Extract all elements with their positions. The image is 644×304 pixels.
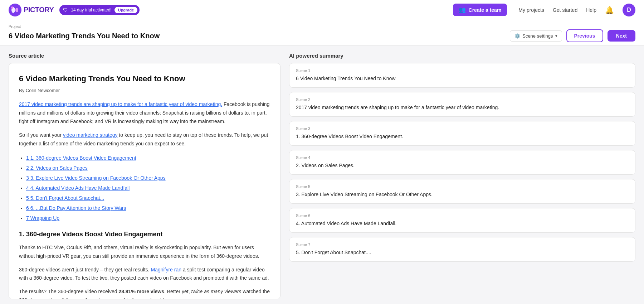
article-author: By Colin Newcomer	[19, 87, 270, 95]
scene-card-1[interactable]: Scene 1 6 Video Marketing Trends You Nee…	[289, 63, 635, 88]
left-panel: Source article 6 Video Marketing Trends …	[9, 53, 280, 299]
trial-banner: 🛡 14 day trial activated! Upgrade	[59, 5, 140, 15]
list-item: 2 2. Videos on Sales Pages	[26, 163, 270, 173]
toc-list: 1 1. 360-degree Videos Boost Video Engag…	[26, 153, 270, 223]
main-content: Source article 6 Video Marketing Trends …	[0, 45, 644, 304]
scene-label-2: Scene 2	[296, 97, 629, 102]
article-card: 6 Video Marketing Trends You Need to Kno…	[9, 63, 280, 299]
svg-point-2	[15, 8, 18, 12]
video-strategy-link[interactable]: video marketing strategy	[63, 132, 118, 138]
right-panel: AI powered summary Scene 1 6 Video Marke…	[280, 53, 635, 299]
list-item: 6 6. ...But Do Pay Attention to the Stor…	[26, 203, 270, 213]
nav-get-started[interactable]: Get started	[553, 7, 577, 13]
scene-text-2: 2017 video marketing trends are shaping …	[296, 104, 629, 111]
section-1-p1: Thanks to HTC Vive, Oculus Rift, and oth…	[19, 243, 270, 261]
scene-text-6: 4. Automated Video Ads Have Made Landfal…	[296, 220, 629, 227]
svg-point-3	[11, 6, 13, 9]
section-1-p3: The results? The 360-degree video receiv…	[19, 288, 270, 299]
scene-card-3[interactable]: Scene 3 1. 360-degree Videos Boost Video…	[289, 121, 635, 146]
header: PICTORY 🛡 14 day trial activated! Upgrad…	[0, 0, 644, 20]
scene-label-7: Scene 7	[296, 242, 629, 247]
next-button[interactable]: Next	[608, 30, 635, 42]
section-1-heading: 1. 360-degree Videos Boost Video Engagem…	[19, 229, 270, 240]
scene-card-4[interactable]: Scene 4 2. Videos on Sales Pages.	[289, 150, 635, 175]
scene-card-6[interactable]: Scene 6 4. Automated Video Ads Have Made…	[289, 208, 635, 233]
bold-stat: 28.81% more views	[118, 289, 164, 294]
highlighted-text[interactable]: 2017 video marketing trends are shaping …	[19, 101, 222, 107]
ai-summary-title: AI powered summary	[289, 53, 635, 59]
list-item: 5 5. Don't Forget About Snapchat...	[26, 193, 270, 203]
article-paragraph-2: So if you want your video marketing stra…	[19, 131, 270, 148]
toc-link-3[interactable]: 3 3. Explore Live Video Streaming on Fac…	[26, 175, 166, 181]
scene-label-6: Scene 6	[296, 213, 629, 218]
source-article-title: Source article	[9, 53, 280, 59]
project-label: Project	[9, 24, 635, 29]
list-item: 4 4. Automated Video Ads Have Made Landf…	[26, 183, 270, 193]
scene-settings-button[interactable]: ⚙️ Scene settings ▾	[510, 30, 562, 42]
magnifyre-link[interactable]: Magnifyre ran	[151, 267, 181, 272]
settings-icon: ⚙️	[514, 33, 520, 39]
scene-text-3: 1. 360-degree Videos Boost Video Engagem…	[296, 133, 629, 140]
logo-text: PICTORY	[24, 6, 54, 14]
user-avatar[interactable]: D	[623, 4, 635, 16]
scene-text-4: 2. Videos on Sales Pages.	[296, 162, 629, 169]
toc-link-1[interactable]: 1 1. 360-degree Videos Boost Video Engag…	[26, 155, 136, 161]
create-team-button[interactable]: 👥 Create a team	[453, 4, 507, 16]
article-paragraph-1: 2017 video marketing trends are shaping …	[19, 100, 270, 126]
toc-link-5[interactable]: 5 5. Don't Forget About Snapchat...	[26, 195, 104, 201]
scenes-list: Scene 1 6 Video Marketing Trends You Nee…	[289, 63, 635, 262]
logo[interactable]: PICTORY	[9, 4, 54, 16]
section-1-p2: 360-degree videos aren't just trendy – t…	[19, 266, 270, 283]
nav-my-projects[interactable]: My projects	[518, 7, 544, 13]
header-nav: My projects Get started Help	[518, 7, 596, 13]
scene-text-7: 5. Don't Forget About Snapchat....	[296, 249, 629, 256]
scene-label-1: Scene 1	[296, 68, 629, 73]
trial-text: 14 day trial activated!	[71, 8, 111, 13]
upgrade-button[interactable]: Upgrade	[114, 7, 138, 13]
nav-help[interactable]: Help	[586, 7, 596, 13]
toc-link-6[interactable]: 6 6. ...But Do Pay Attention to the Stor…	[26, 205, 126, 211]
scene-label-4: Scene 4	[296, 155, 629, 160]
list-item: 7 Wrapping Up	[26, 213, 270, 223]
scene-card-5[interactable]: Scene 5 3. Explore Live Video Streaming …	[289, 179, 635, 204]
article-title: 6 Video Marketing Trends You Need to Kno…	[19, 72, 270, 85]
page-title: 6 Video Marketing Trends You Need to Kno…	[9, 32, 160, 40]
scene-text-1: 6 Video Marketing Trends You Need to Kno…	[296, 75, 629, 82]
toc-link-7[interactable]: 7 Wrapping Up	[26, 215, 59, 221]
toc-link-2[interactable]: 2 2. Videos on Sales Pages	[26, 165, 88, 171]
notification-bell[interactable]: 🔔	[605, 6, 614, 14]
shield-icon: 🛡	[63, 7, 68, 13]
scene-label-5: Scene 5	[296, 184, 629, 189]
scene-card-7[interactable]: Scene 7 5. Don't Forget About Snapchat..…	[289, 237, 635, 262]
sub-header: Project 6 Video Marketing Trends You Nee…	[0, 20, 644, 45]
section-1-p3-pre: The results? The 360-degree video receiv…	[19, 289, 118, 294]
list-item: 1 1. 360-degree Videos Boost Video Engag…	[26, 153, 270, 163]
scene-text-5: 3. Explore Live Video Streaming on Faceb…	[296, 191, 629, 198]
toc-link-4[interactable]: 4 4. Automated Video Ads Have Made Landf…	[26, 185, 130, 191]
italic-viewers: twice as many viewers	[191, 289, 241, 294]
chevron-down-icon: ▾	[555, 34, 557, 38]
sub-header-actions: ⚙️ Scene settings ▾ Previous Next	[510, 29, 635, 42]
list-item: 3 3. Explore Live Video Streaming on Fac…	[26, 173, 270, 183]
scene-label-3: Scene 3	[296, 126, 629, 131]
previous-button[interactable]: Previous	[566, 29, 603, 42]
team-icon: 👥	[459, 6, 466, 13]
scene-card-2[interactable]: Scene 2 2017 video marketing trends are …	[289, 92, 635, 117]
